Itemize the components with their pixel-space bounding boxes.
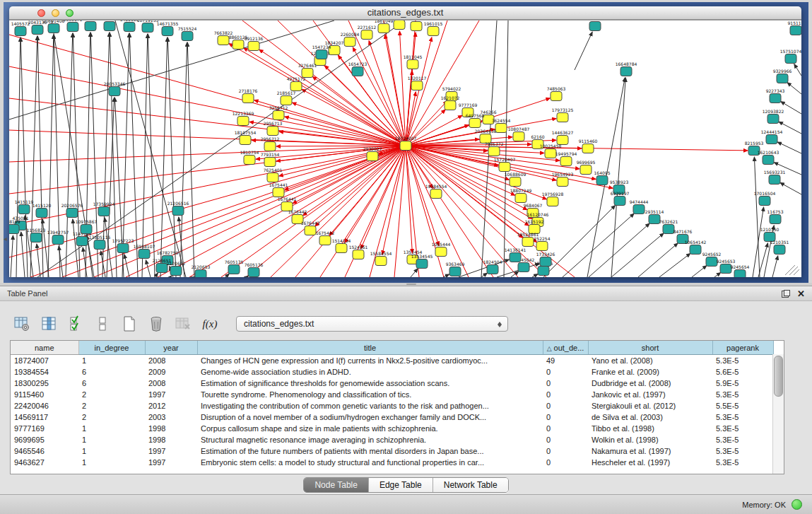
table-cell[interactable]: 1 xyxy=(78,355,145,367)
table-row[interactable]: 1938455462009Genome-wide association stu… xyxy=(11,366,773,378)
table-row[interactable]: 946362711997Embryonic stem cells: a mode… xyxy=(11,457,773,468)
table-cell[interactable]: 1997 xyxy=(145,457,197,468)
unselect-all-columns-icon[interactable] xyxy=(93,315,112,333)
table-cell[interactable]: Changes of HCN gene expression and I(f) … xyxy=(197,355,543,367)
graph-node[interactable]: 10719155 xyxy=(137,21,159,33)
table-cell[interactable]: Nakamura et al. (1997) xyxy=(588,445,712,457)
table-cell[interactable]: Genome-wide association studies in ADHD. xyxy=(197,366,543,378)
table-cell[interactable]: 5.3E-5 xyxy=(712,445,773,457)
table-cell[interactable]: Hescheler et al. (1997) xyxy=(588,457,712,468)
table-cell[interactable]: 0 xyxy=(543,378,588,389)
graph-node[interactable]: 1621072 xyxy=(441,95,460,110)
table-cell[interactable]: Structural magnetic resonance image aver… xyxy=(197,434,543,445)
table-cell[interactable]: 2008 xyxy=(145,378,197,389)
graph-node[interactable]: 16648784 xyxy=(616,62,637,76)
table-cell[interactable]: 1997 xyxy=(145,445,197,457)
table-cell[interactable]: 0 xyxy=(543,400,588,411)
graph-node[interactable]: 7605135 xyxy=(225,259,244,274)
table-cell[interactable]: 14569117 xyxy=(11,411,78,423)
graph-node[interactable]: 18807249 xyxy=(510,188,532,203)
column-header-short[interactable]: short xyxy=(588,341,712,355)
table-cell[interactable]: Tourette syndrome. Phenomenology and cla… xyxy=(197,389,543,400)
graph-node[interactable]: 1811045 xyxy=(404,54,423,69)
tab-node-table[interactable]: Node Table xyxy=(304,478,369,492)
network-window-titlebar[interactable]: citations_edges.txt xyxy=(9,6,801,20)
graph-node[interactable]: 2956712 xyxy=(261,136,280,151)
table-cell[interactable]: 18300295 xyxy=(11,378,78,389)
table-cell[interactable]: 1 xyxy=(78,423,145,434)
create-column-icon[interactable] xyxy=(120,315,139,333)
table-cell[interactable]: 2 xyxy=(78,400,145,411)
table-cell[interactable]: 22420046 xyxy=(11,400,78,411)
function-builder-icon[interactable]: f(x) xyxy=(201,315,219,333)
table-cell[interactable]: 0 xyxy=(543,434,588,445)
graph-node[interactable]: 1572341 xyxy=(407,21,426,31)
table-cell[interactable]: 0 xyxy=(543,457,588,468)
table-cell[interactable]: 1998 xyxy=(145,434,197,445)
table-cell[interactable]: 9699695 xyxy=(11,434,78,445)
table-cell[interactable]: 2 xyxy=(78,411,145,423)
table-cell[interactable]: Jankovic et al. (1997) xyxy=(588,389,712,400)
graph-node[interactable]: 13942757 xyxy=(47,230,69,245)
graph-node[interactable]: 19495794 xyxy=(555,151,577,166)
show-columns-icon[interactable] xyxy=(40,315,58,333)
graph-node[interactable]: 1065444 xyxy=(432,242,451,257)
table-selector-dropdown[interactable]: citations_edges.txt xyxy=(236,316,508,332)
table-cell[interactable]: 2008 xyxy=(145,355,197,367)
graph-node[interactable]: 10807487 xyxy=(508,127,530,141)
table-cell[interactable]: Stergiakouli et al. (2012) xyxy=(588,400,712,411)
tab-edge-table[interactable]: Edge Table xyxy=(369,478,433,492)
graph-node[interactable]: 2718176 xyxy=(239,88,258,103)
graph-node[interactable]: 1415120 xyxy=(33,203,52,218)
table-cell[interactable]: 5.3E-5 xyxy=(712,389,773,400)
table-cell[interactable]: Franke et al. (2009) xyxy=(588,366,712,378)
table-cell[interactable]: Estimation of significance thresholds fo… xyxy=(197,378,543,389)
table-cell[interactable]: 5.3E-5 xyxy=(712,434,773,445)
graph-node[interactable]: 1961015 xyxy=(424,21,443,36)
column-header-title[interactable]: title xyxy=(197,341,543,355)
table-mode-icon[interactable] xyxy=(13,315,31,333)
graph-node[interactable]: 20691406 xyxy=(43,21,65,33)
graph-node[interactable]: 1524861 xyxy=(349,245,368,259)
table-cell[interactable]: 5.9E-5 xyxy=(712,378,773,389)
table-cell[interactable]: 5.6E-5 xyxy=(712,366,773,378)
table-cell[interactable]: Estimation of the future numbers of pati… xyxy=(197,445,543,457)
zoom-window-button[interactable] xyxy=(66,9,73,17)
graph-node[interactable]: 21206516 xyxy=(167,201,189,216)
table-cell[interactable]: 9465546 xyxy=(11,445,78,457)
graph-node[interactable]: 13505115 xyxy=(89,235,111,250)
table-cell[interactable]: 0 xyxy=(543,423,588,434)
table-row[interactable]: 2242004622012Investigating the contribut… xyxy=(11,400,773,411)
table-cell[interactable]: 5.5E-5 xyxy=(712,400,773,411)
table-cell[interactable]: 1 xyxy=(78,445,145,457)
table-cell[interactable]: Investigating the contribution of common… xyxy=(197,400,543,411)
delete-table-icon[interactable] xyxy=(174,315,192,333)
table-cell[interactable]: 18724007 xyxy=(11,355,78,367)
table-row[interactable]: 911546021997Tourette syndrome. Phenomeno… xyxy=(11,389,773,400)
table-cell[interactable]: Wolkin et al. (1998) xyxy=(588,434,712,445)
graph-node[interactable]: 15693231 xyxy=(764,170,786,185)
table-cell[interactable]: 0 xyxy=(543,411,588,423)
table-row[interactable]: 969969511998Structural magnetic resonanc… xyxy=(11,434,773,445)
graph-node[interactable]: 14671355 xyxy=(157,21,179,36)
table-cell[interactable]: 1 xyxy=(78,434,145,445)
table-cell[interactable]: 19384554 xyxy=(11,366,78,378)
graph-node[interactable]: 20206576 xyxy=(61,203,83,218)
graph-node[interactable]: 9363469 xyxy=(446,262,465,276)
tab-network-table[interactable]: Network Table xyxy=(433,478,508,492)
graph-node[interactable]: 9245654 xyxy=(731,264,750,277)
table-cell[interactable]: Dudbridge et al. (2008) xyxy=(588,378,712,389)
column-header-in_degree[interactable]: in_degree xyxy=(78,341,145,355)
graph-node[interactable]: 16210643 xyxy=(758,150,779,165)
table-cell[interactable]: 6 xyxy=(78,366,145,378)
table-cell[interactable]: 2012 xyxy=(145,400,197,411)
table-row[interactable]: 977716911998Corpus callosum shape and si… xyxy=(11,423,773,434)
table-cell[interactable]: 1997 xyxy=(145,389,197,400)
column-header-year[interactable]: year xyxy=(145,341,197,355)
table-cell[interactable]: 0 xyxy=(543,366,588,378)
graph-node[interactable]: 9329966 xyxy=(773,69,792,83)
table-row[interactable]: 946554611997Estimation of the future num… xyxy=(11,445,773,457)
close-panel-icon[interactable]: ✕ xyxy=(797,289,805,298)
graph-node[interactable]: 17016504 xyxy=(754,191,776,206)
table-cell[interactable]: 5.3E-5 xyxy=(712,355,773,367)
